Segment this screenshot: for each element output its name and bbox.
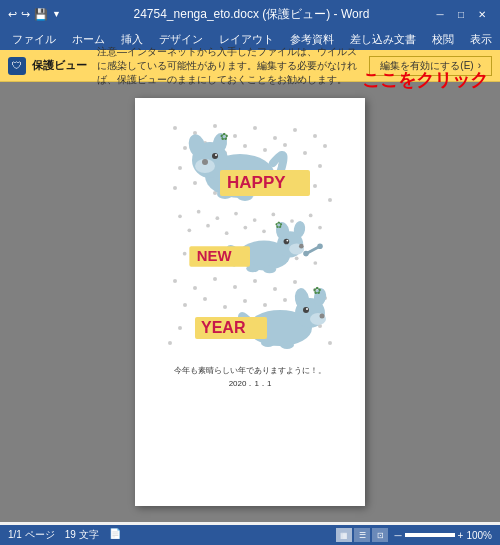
footer-line1: 今年も素晴らしい年でありますように！。 — [174, 365, 326, 378]
svg-point-75 — [299, 244, 304, 249]
save-icon[interactable]: 💾 — [34, 8, 48, 21]
zoom-in-btn[interactable]: + — [458, 530, 464, 541]
new-row: ✿ NEW — [151, 207, 349, 277]
protected-label: 保護ビュー — [32, 59, 87, 73]
svg-point-49 — [234, 212, 238, 216]
svg-point-38 — [202, 159, 208, 165]
zoom-fill — [405, 533, 455, 537]
svg-point-76 — [284, 239, 290, 245]
dog-top-svg: ✿ HAPPY — [165, 118, 335, 208]
svg-point-24 — [173, 186, 177, 190]
svg-text:NEW: NEW — [197, 247, 233, 264]
status-bar: 1/1 ページ 19 文字 📄 ▦ ☰ ⊡ ─ + 100% — [0, 525, 500, 545]
minimize-button[interactable]: ─ — [430, 4, 450, 24]
svg-point-91 — [273, 287, 277, 291]
dog-bottom-svg: ✿ YEAR — [165, 273, 335, 353]
svg-point-117 — [320, 314, 325, 319]
svg-point-83 — [317, 243, 323, 249]
char-count: 19 文字 — [65, 528, 99, 542]
read-view-btn[interactable]: ☰ — [354, 528, 370, 542]
svg-text:✿: ✿ — [275, 220, 283, 230]
year-row: ✿ YEAR — [151, 273, 349, 353]
svg-point-97 — [243, 299, 247, 303]
maximize-button[interactable]: □ — [451, 4, 471, 24]
dog-middle-illustration: ✿ NEW — [165, 207, 335, 277]
svg-point-82 — [303, 251, 309, 257]
svg-point-62 — [183, 252, 187, 256]
card-footer: 今年も素晴らしい年でありますように！。 2020．1．1 — [174, 365, 326, 391]
svg-point-118 — [303, 307, 309, 313]
svg-point-77 — [286, 240, 288, 242]
dropdown-icon[interactable]: ▼ — [52, 9, 61, 19]
doc-icon: 📄 — [109, 528, 121, 542]
svg-point-5 — [273, 136, 277, 140]
svg-point-95 — [203, 297, 207, 301]
arrow-icon: › — [478, 60, 481, 71]
happy-row: ✿ HAPPY — [151, 118, 349, 208]
svg-point-86 — [173, 279, 177, 283]
svg-point-16 — [178, 166, 182, 170]
svg-point-102 — [178, 326, 182, 330]
svg-point-4 — [253, 126, 257, 130]
svg-point-14 — [303, 151, 307, 155]
svg-point-32 — [328, 198, 332, 202]
svg-point-90 — [253, 279, 257, 283]
svg-point-12 — [263, 148, 267, 152]
svg-point-88 — [213, 277, 217, 281]
quick-access: ↩ ↪ 💾 ▼ — [8, 8, 61, 21]
menu-file[interactable]: ファイル — [4, 30, 64, 49]
status-left: 1/1 ページ 19 文字 📄 — [8, 528, 328, 542]
svg-point-120 — [261, 339, 275, 347]
svg-point-89 — [233, 285, 237, 289]
close-button[interactable]: ✕ — [472, 4, 492, 24]
svg-point-48 — [215, 216, 219, 220]
footer-line2: 2020．1．1 — [174, 378, 326, 391]
svg-point-11 — [243, 144, 247, 148]
card-content: ✿ HAPPY — [151, 118, 349, 391]
dog-middle-svg: ✿ NEW — [165, 207, 335, 277]
svg-text:✿: ✿ — [313, 285, 321, 296]
svg-point-56 — [225, 231, 229, 235]
dog-top-illustration: ✿ HAPPY — [165, 118, 335, 208]
zoom-out-btn[interactable]: ─ — [394, 530, 401, 541]
web-view-btn[interactable]: ⊡ — [372, 528, 388, 542]
svg-point-99 — [283, 298, 287, 302]
svg-point-92 — [293, 280, 297, 284]
svg-point-87 — [193, 286, 197, 290]
svg-point-121 — [280, 341, 294, 349]
zoom-level: 100% — [466, 530, 492, 541]
svg-point-47 — [197, 210, 201, 214]
zoom-slider[interactable] — [405, 533, 455, 537]
protected-message: 注意—インターネットから入手したファイルは、ウイルスに感染している可能性がありま… — [97, 45, 363, 87]
svg-point-46 — [178, 214, 182, 218]
svg-point-55 — [206, 224, 210, 228]
page-indicator: 1/1 ページ — [8, 528, 55, 542]
shield-icon: 🛡 — [8, 57, 26, 75]
svg-point-119 — [306, 308, 308, 310]
print-view-btn[interactable]: ▦ — [336, 528, 352, 542]
title-bar: ↩ ↪ 💾 ▼ 24754_nenga_eto.docx (保護ビュー) - W… — [0, 0, 500, 28]
svg-point-15 — [323, 144, 327, 148]
svg-point-96 — [223, 305, 227, 309]
svg-point-6 — [293, 128, 297, 132]
svg-point-50 — [253, 218, 257, 222]
svg-point-39 — [212, 153, 218, 159]
dog-bottom-illustration: ✿ YEAR — [165, 273, 335, 353]
svg-point-98 — [263, 303, 267, 307]
menu-view[interactable]: 表示 — [462, 30, 500, 49]
svg-point-110 — [328, 341, 332, 345]
redo-icon[interactable]: ↪ — [21, 8, 30, 21]
svg-point-25 — [193, 181, 197, 185]
svg-point-52 — [290, 219, 294, 223]
window-controls: ─ □ ✕ — [430, 4, 492, 24]
svg-point-23 — [318, 164, 322, 168]
svg-point-69 — [313, 261, 317, 265]
enable-editing-button[interactable]: 編集を有効にする(E) › — [369, 56, 492, 76]
undo-icon[interactable]: ↩ — [8, 8, 17, 21]
svg-point-111 — [168, 341, 172, 345]
document-area: ✿ HAPPY — [0, 82, 500, 522]
svg-text:✿: ✿ — [220, 131, 228, 142]
status-right: ▦ ☰ ⊡ ─ + 100% — [336, 528, 492, 542]
svg-text:HAPPY: HAPPY — [227, 173, 286, 192]
menu-review[interactable]: 校閲 — [424, 30, 462, 49]
